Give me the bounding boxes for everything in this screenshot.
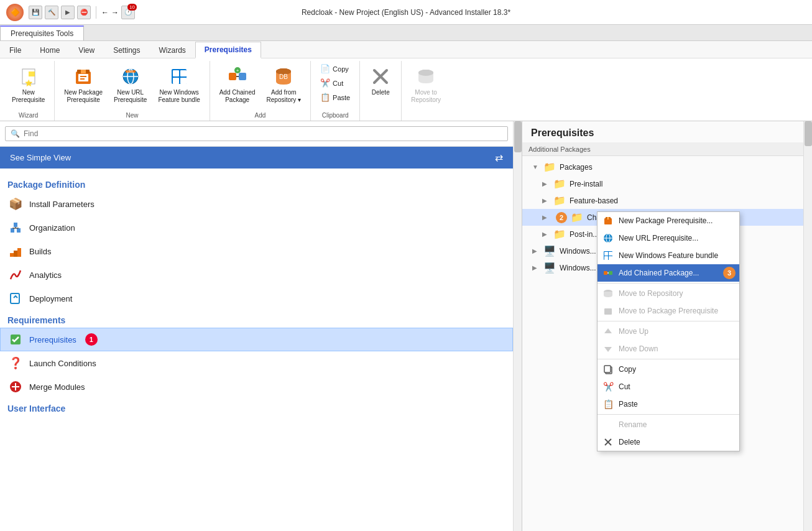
app-logo: 🔶	[6, 4, 24, 21]
chained-badge: 2	[556, 212, 567, 223]
ctx-item-move-down[interactable]: Move Down	[597, 340, 739, 358]
add-chained-button[interactable]: + Add ChainedPackage	[215, 62, 260, 107]
svg-rect-38	[17, 248, 21, 257]
delete-label: Delete	[372, 89, 390, 96]
ctx-item-move-up[interactable]: Move Up	[597, 323, 739, 340]
ctx-item-cut[interactable]: ✂️ Cut	[597, 378, 739, 395]
svg-rect-17	[173, 78, 179, 84]
new-url-icon: URL	[119, 65, 142, 88]
add-buttons: + Add ChainedPackage DB Add fro	[215, 62, 305, 111]
cut-button[interactable]: ✂️ Cut	[316, 76, 354, 90]
sidebar-item-prerequisites[interactable]: Prerequisites 1	[0, 328, 513, 351]
analytics-icon	[8, 267, 23, 282]
ctx-move-pkg-icon	[602, 305, 614, 316]
svg-rect-55	[604, 271, 607, 275]
section-user-interface: User Interface	[0, 399, 513, 416]
post-install-folder-icon: 📁	[553, 228, 566, 240]
ctx-item-delete[interactable]: Delete	[597, 433, 739, 451]
pre-install-folder-icon: 📁	[553, 178, 566, 190]
sidebar-item-install-params[interactable]: 📦 Install Parameters	[0, 192, 513, 216]
tree-item-feature-based[interactable]: ▶ 📁 Feature-based	[522, 192, 812, 209]
main-layout: 🔍 See Simple View ⇄ Package Definition 📦…	[0, 121, 812, 531]
svg-rect-53	[604, 256, 608, 260]
ctx-item-new-pkg-prereq[interactable]: New Package Prerequisite...	[597, 212, 739, 229]
section-requirements: Requirements	[0, 310, 513, 328]
ctx-item-new-url-prereq[interactable]: New URL Prerequisite...	[597, 229, 739, 247]
sidebar-item-organization[interactable]: Organization	[0, 216, 513, 239]
move-to-repo-button[interactable]: Move toRepository	[407, 62, 445, 107]
sidebar-item-builds[interactable]: Builds	[0, 239, 513, 263]
copy-button[interactable]: 📄 Copy	[316, 62, 354, 75]
new-windows-button[interactable]: New WindowsFeature bundle	[154, 62, 204, 107]
tab-file[interactable]: File	[0, 42, 30, 58]
history-button[interactable]: 🕐 10	[121, 6, 135, 19]
svg-marker-61	[604, 347, 612, 352]
new-prerequisite-button[interactable]: ⭐ NewPrerequisite	[7, 62, 49, 107]
ctx-item-new-windows[interactable]: New Windows Feature bundle	[597, 247, 739, 264]
svg-rect-54	[609, 256, 612, 260]
tab-view[interactable]: View	[69, 42, 104, 58]
windows2-label: Windows...	[560, 264, 596, 272]
paste-button[interactable]: 📋 Paste	[316, 91, 354, 104]
right-scroll-thumb	[805, 121, 812, 146]
new-url-label: New URLPrerequisite	[114, 89, 147, 104]
deployment-label: Deployment	[29, 294, 72, 303]
back-button[interactable]: ←	[101, 8, 109, 17]
expand-feature-based-icon: ▶	[542, 197, 550, 204]
move-group-label	[407, 118, 445, 121]
stop-button[interactable]: ⛔	[77, 6, 91, 19]
ctx-item-move-to-repo[interactable]: Move to Repository	[597, 285, 739, 302]
ctx-step3-badge: 3	[723, 267, 736, 279]
feature-based-label: Feature-based	[570, 196, 618, 205]
clipboard-buttons: 📄 Copy ✂️ Cut 📋 Paste	[316, 62, 354, 111]
post-install-label: Post-in...	[570, 230, 599, 239]
tab-prerequisites[interactable]: Prerequisites	[195, 42, 261, 58]
add-from-repo-button[interactable]: DB Add fromRepository ▾	[262, 62, 306, 107]
sidebar-scrollbar[interactable]	[513, 121, 522, 531]
delete-button[interactable]: Delete	[365, 62, 396, 99]
right-panel: Prerequisites Additional Packages ▼ 📁 Pa…	[522, 121, 812, 531]
svg-rect-56	[609, 271, 612, 275]
prerequisites-tools-tab[interactable]: Prerequisites Tools	[0, 25, 84, 40]
simple-view-button[interactable]: See Simple View ⇄	[0, 147, 513, 169]
search-bar: 🔍	[0, 121, 513, 147]
sidebar-item-merge-modules[interactable]: Merge Modules	[0, 375, 513, 399]
ctx-item-rename[interactable]: Rename	[597, 416, 739, 433]
sidebar-item-analytics[interactable]: Analytics	[0, 263, 513, 287]
save-button[interactable]: 💾	[29, 6, 42, 19]
ctx-item-copy[interactable]: Copy	[597, 361, 739, 378]
ctx-rename-label: Rename	[619, 420, 647, 429]
ctx-copy-icon	[602, 364, 614, 375]
build-split-button[interactable]: 🔨	[45, 6, 58, 19]
feature-based-folder-icon: 📁	[553, 195, 566, 206]
search-input[interactable]	[24, 129, 502, 138]
sidebar-scroll-thumb	[514, 121, 522, 152]
ctx-item-paste[interactable]: 📋 Paste	[597, 395, 739, 413]
prereq-title: Prerequisites	[522, 121, 812, 143]
sidebar-item-deployment[interactable]: Deployment	[0, 287, 513, 310]
tree-item-packages[interactable]: ▼ 📁 Packages	[522, 159, 812, 175]
new-url-button[interactable]: URL New URLPrerequisite	[109, 62, 151, 107]
run-button[interactable]: ▶	[61, 6, 75, 19]
svg-text:⭐: ⭐	[25, 79, 33, 87]
tab-home[interactable]: Home	[30, 42, 69, 58]
forward-button[interactable]: →	[111, 8, 119, 17]
ctx-item-add-chained[interactable]: Add Chained Package... 3	[597, 264, 739, 282]
context-menu: New Package Prerequisite... New URL Prer…	[597, 211, 740, 451]
ribbon-tab-list: File Home View Settings Wizards Prerequi…	[0, 41, 812, 58]
sidebar-item-launch-conditions[interactable]: ❓ Launch Conditions	[0, 351, 513, 375]
new-package-button[interactable]: New PackagePrerequisite	[60, 62, 107, 107]
svg-rect-32	[14, 223, 17, 227]
ctx-item-move-to-pkg[interactable]: Move to Package Prerequisite	[597, 302, 739, 320]
tab-wizards[interactable]: Wizards	[150, 42, 195, 58]
tab-settings[interactable]: Settings	[104, 42, 149, 58]
ctx-cut-label: Cut	[619, 382, 630, 391]
ribbon-group-clipboard: 📄 Copy ✂️ Cut 📋 Paste Clipboard	[311, 61, 360, 121]
ctx-new-url-icon	[602, 233, 614, 244]
windows1-label: Windows...	[560, 247, 596, 256]
right-scrollbar[interactable]	[803, 121, 812, 531]
tree-item-pre-install[interactable]: ▶ 📁 Pre-install	[522, 175, 812, 192]
ctx-add-chained-icon	[602, 267, 614, 279]
new-buttons: New PackagePrerequisite URL New URLPrere…	[60, 62, 204, 111]
sidebar: 🔍 See Simple View ⇄ Package Definition 📦…	[0, 121, 522, 531]
